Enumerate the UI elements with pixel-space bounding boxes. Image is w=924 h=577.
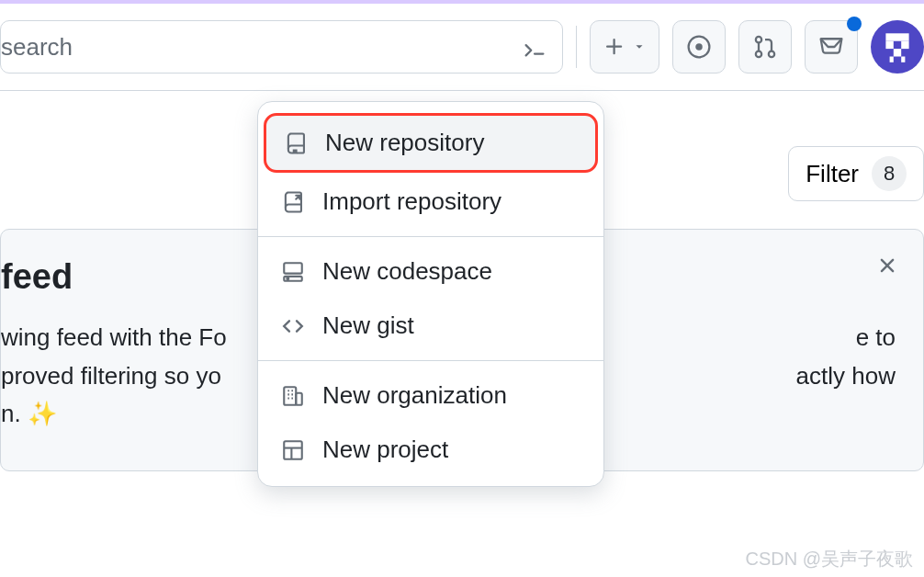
svg-point-4	[756, 51, 761, 57]
svg-rect-9	[894, 49, 901, 56]
codespace-icon	[280, 259, 306, 285]
filter-count-badge: 8	[872, 156, 907, 191]
svg-rect-11	[901, 57, 905, 62]
menu-item-label: New organization	[322, 381, 507, 410]
svg-rect-6	[885, 33, 908, 40]
svg-point-5	[769, 51, 774, 57]
import-icon	[280, 189, 306, 215]
svg-point-2	[696, 44, 701, 49]
unread-indicator	[847, 17, 862, 31]
menu-item-new-codespace[interactable]: New codespace	[258, 244, 603, 299]
menu-item-label: New repository	[325, 129, 484, 157]
menu-item-label: Import repository	[322, 187, 501, 216]
menu-item-new-project[interactable]: New project	[258, 423, 603, 477]
svg-rect-23	[284, 441, 302, 459]
filter-button[interactable]: Filter 8	[788, 146, 924, 201]
svg-rect-12	[284, 263, 302, 273]
menu-item-label: New project	[322, 436, 448, 464]
issues-button[interactable]	[672, 20, 726, 74]
svg-point-14	[287, 277, 288, 279]
filter-label: Filter	[806, 160, 859, 188]
create-new-menu: New repository Import repository New cod…	[257, 101, 604, 487]
divider	[576, 26, 577, 68]
svg-rect-16	[296, 392, 302, 404]
svg-point-3	[756, 37, 761, 42]
svg-rect-7	[885, 41, 893, 49]
project-icon	[280, 437, 306, 463]
create-new-button[interactable]	[590, 20, 659, 74]
menu-item-label: New gist	[322, 311, 414, 340]
command-palette-icon[interactable]	[514, 27, 555, 67]
menu-item-new-repository[interactable]: New repository	[264, 113, 598, 173]
code-icon	[280, 313, 306, 339]
pull-requests-button[interactable]	[738, 20, 792, 74]
svg-rect-15	[284, 387, 296, 405]
user-avatar[interactable]	[871, 20, 924, 74]
menu-separator	[258, 236, 603, 237]
menu-item-new-gist[interactable]: New gist	[258, 299, 603, 353]
menu-separator	[258, 360, 603, 361]
top-header: search	[0, 4, 924, 91]
repo-icon	[283, 130, 309, 156]
close-icon[interactable]	[875, 254, 899, 281]
menu-item-import-repository[interactable]: Import repository	[258, 175, 603, 229]
menu-item-label: New codespace	[322, 257, 492, 286]
search-placeholder: search	[1, 33, 514, 62]
org-icon	[280, 383, 306, 409]
watermark: CSDN @吴声子夜歌	[745, 547, 913, 571]
svg-rect-10	[890, 57, 894, 62]
menu-item-new-organization[interactable]: New organization	[258, 368, 603, 423]
svg-rect-8	[901, 41, 908, 49]
search-input[interactable]: search	[0, 20, 563, 74]
